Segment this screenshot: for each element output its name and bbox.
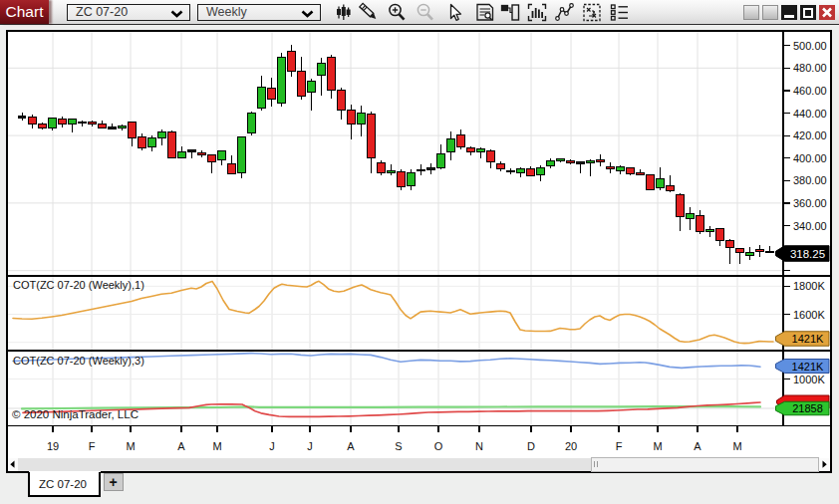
svg-text:340.00: 340.00 bbox=[793, 220, 827, 232]
svg-text:A: A bbox=[347, 440, 355, 452]
svg-text:20: 20 bbox=[565, 440, 577, 452]
svg-text:A: A bbox=[694, 440, 701, 452]
svg-text:COT(ZC 07-20 (Weekly),3): COT(ZC 07-20 (Weekly),3) bbox=[13, 355, 144, 367]
svg-text:D: D bbox=[527, 440, 535, 452]
svg-text:1600K: 1600K bbox=[793, 309, 825, 321]
svg-text:400.00: 400.00 bbox=[793, 152, 827, 164]
svg-text:M: M bbox=[653, 440, 662, 452]
svg-text:19: 19 bbox=[47, 440, 59, 452]
svg-text:COT(ZC 07-20 (Weekly),1): COT(ZC 07-20 (Weekly),1) bbox=[13, 279, 144, 291]
svg-text:380.00: 380.00 bbox=[793, 174, 827, 186]
svg-text:J: J bbox=[269, 440, 275, 452]
svg-text:N: N bbox=[475, 440, 483, 452]
svg-text:360.00: 360.00 bbox=[793, 197, 827, 209]
svg-text:1800K: 1800K bbox=[793, 280, 825, 292]
svg-text:318.25: 318.25 bbox=[790, 248, 825, 260]
svg-text:F: F bbox=[89, 440, 96, 452]
svg-text:+: + bbox=[109, 474, 117, 490]
svg-text:O: O bbox=[434, 440, 443, 452]
svg-text:J: J bbox=[307, 440, 313, 452]
svg-text:1421K: 1421K bbox=[792, 333, 824, 345]
svg-text:S: S bbox=[395, 440, 402, 452]
svg-text:1000K: 1000K bbox=[793, 374, 825, 385]
svg-text:500.00: 500.00 bbox=[793, 40, 827, 52]
svg-text:440.00: 440.00 bbox=[793, 108, 827, 120]
svg-text:ZC 07-20: ZC 07-20 bbox=[39, 478, 87, 490]
svg-text:A: A bbox=[177, 440, 185, 452]
svg-text:© 2020 NinjaTrader, LLC: © 2020 NinjaTrader, LLC bbox=[12, 408, 139, 420]
svg-text:M: M bbox=[212, 440, 221, 452]
svg-text:420.00: 420.00 bbox=[793, 129, 827, 141]
svg-text:460.00: 460.00 bbox=[793, 85, 827, 97]
svg-text:M: M bbox=[126, 440, 135, 452]
svg-text:1421K: 1421K bbox=[792, 361, 824, 373]
svg-text:M: M bbox=[732, 440, 741, 452]
svg-text:480.00: 480.00 bbox=[793, 62, 827, 74]
svg-text:21858: 21858 bbox=[792, 402, 823, 414]
svg-text:F: F bbox=[616, 440, 623, 452]
